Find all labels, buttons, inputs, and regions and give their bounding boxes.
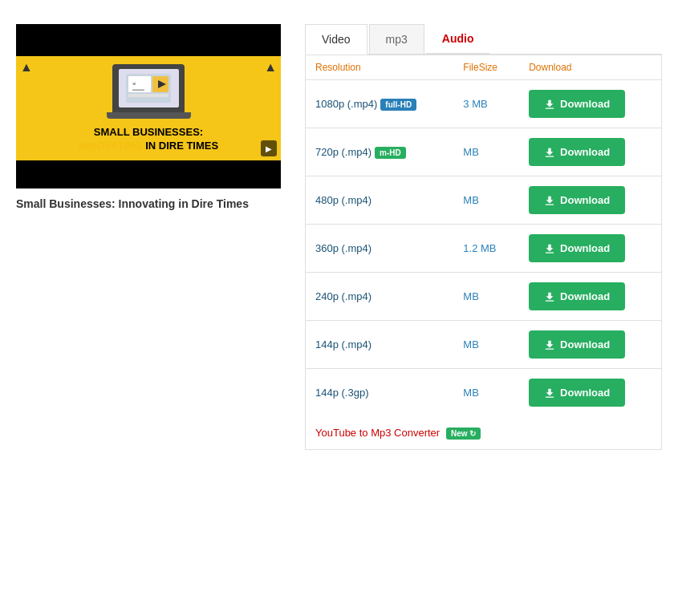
resolution-cell: 240p (.mp4) [306,273,454,321]
download-button[interactable]: Download [529,186,625,214]
filesize-cell: 1.2 MB [453,225,519,273]
download-cell: Download [519,176,661,225]
laptop-graphic: ≡ ▬▬▬ [107,64,191,119]
svg-rect-11 [546,300,554,301]
table-row: 360p (.mp4)1.2 MBDownload [306,225,662,273]
download-icon [544,195,555,206]
download-button[interactable]: Download [529,282,625,310]
left-panel: ▲ ▲ ≡ ▬▬▬ [16,24,281,450]
download-icon [544,243,555,254]
table-row: 240p (.mp4)MBDownload [306,273,662,321]
svg-text:▬▬▬: ▬▬▬ [132,87,144,91]
download-btn-label: Download [560,290,610,302]
download-btn-label: Download [560,242,610,254]
resolution-cell: 720p (.mp4)m-HD [306,128,454,176]
filesize-cell: MB [453,273,519,321]
thumbnail-text: SMALL BUSINESSES: INNOVATING IN DIRE TIM… [16,123,281,160]
download-icon [544,147,555,158]
video-title: Small Businesses: Innovating in Dire Tim… [16,197,281,213]
tab-mp3[interactable]: mp3 [369,24,424,54]
download-btn-label: Download [560,194,610,206]
right-panel: Video mp3 Audio Resolution FileSize Down… [305,24,662,450]
download-icon [544,339,555,351]
download-button[interactable]: Download [529,90,625,118]
download-btn-label: Download [560,387,610,399]
resolution-cell: 480p (.mp4) [306,176,454,225]
download-btn-label: Download [560,146,610,158]
download-cell: Download [519,273,661,321]
table-row: 480p (.mp4)MBDownload [306,176,662,225]
deco-right: ▲ [264,60,277,75]
svg-rect-9 [546,204,554,205]
tab-audio[interactable]: Audio [426,24,490,54]
svg-text:≡: ≡ [132,81,136,87]
download-cell: Download [519,369,661,417]
col-filesize: FileSize [453,55,519,80]
table-row: 720p (.mp4)m-HDMBDownload [306,128,662,176]
new-badge: New ↻ [446,428,481,440]
thumb-suffix: IN DIRE TIMES [145,140,218,152]
filesize-cell: MB [453,176,519,225]
deco-left: ▲ [20,60,33,75]
footer-cell: YouTube to Mp3 Converter New ↻ [306,416,662,450]
thumbnail-image: ▲ ▲ ≡ ▬▬▬ [16,56,281,160]
download-cell: Download [519,225,661,273]
filesize-cell: 3 MB [453,80,519,128]
play-btn-corner: ▶ [261,140,277,156]
download-btn-label: Download [560,98,610,110]
col-resolution: Resolution [306,55,454,80]
top-black-bar [16,24,281,56]
download-btn-label: Download [560,338,610,351]
svg-rect-7 [546,107,554,108]
video-thumbnail[interactable]: ▲ ▲ ≡ ▬▬▬ [16,24,281,188]
col-download: Download [519,55,661,80]
thumb-highlight: INNOVATING [79,140,143,152]
svg-rect-10 [546,252,554,253]
resolution-cell: 144p (.mp4) [306,321,454,369]
tabs-container: Video mp3 Audio [305,24,662,55]
thumb-title-line1: SMALL BUSINESSES: [24,126,273,140]
thumb-title-line2: INNOVATING IN DIRE TIMES [24,140,273,153]
download-button[interactable]: Download [529,330,625,359]
table-row: 1080p (.mp4)full-HD3 MBDownload [306,80,662,128]
resolution-cell: 144p (.3gp) [306,369,454,417]
svg-rect-13 [546,396,554,397]
laptop-keyboard [107,112,191,119]
download-table: Resolution FileSize Download 1080p (.mp4… [305,55,662,450]
download-icon [544,99,555,110]
svg-rect-8 [546,156,554,156]
filesize-cell: MB [453,369,519,417]
download-button[interactable]: Download [529,379,625,407]
filesize-cell: MB [453,128,519,176]
bottom-black-bar [16,160,281,188]
download-button[interactable]: Download [529,138,625,166]
quality-badge: m-HD [375,147,406,159]
page-container: ▲ ▲ ≡ ▬▬▬ [0,0,678,474]
filesize-cell: MB [453,321,519,369]
table-row: 144p (.mp4)MBDownload [306,321,662,369]
download-cell: Download [519,321,661,369]
download-button[interactable]: Download [529,234,625,262]
table-row: 144p (.3gp)MBDownload [306,369,662,417]
yt-converter-link[interactable]: YouTube to Mp3 Converter [315,427,440,439]
resolution-cell: 360p (.mp4) [306,225,454,273]
svg-rect-2 [128,94,168,97]
svg-rect-12 [546,348,554,349]
download-icon [544,387,555,399]
quality-badge: full-HD [380,99,416,111]
download-cell: Download [519,128,661,176]
resolution-cell: 1080p (.mp4)full-HD [306,80,454,128]
tab-video[interactable]: Video [305,24,367,55]
download-icon [544,291,555,302]
download-cell: Download [519,80,661,128]
